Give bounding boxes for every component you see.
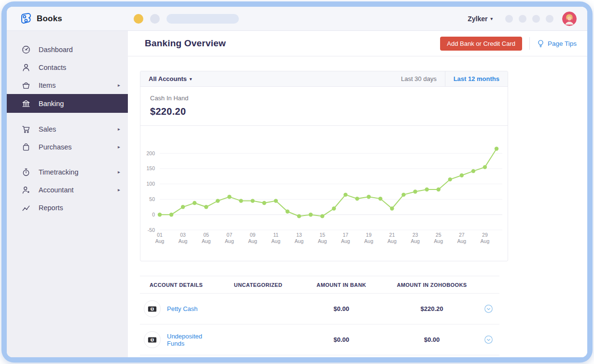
svg-text:07: 07 bbox=[227, 232, 233, 238]
sidebar-spacer bbox=[7, 113, 128, 120]
cash-icon: $ bbox=[144, 300, 161, 317]
row-expand-button[interactable] bbox=[478, 335, 499, 344]
topbar-icons bbox=[505, 15, 553, 23]
svg-text:-50: -50 bbox=[148, 227, 155, 233]
svg-text:01: 01 bbox=[157, 232, 163, 238]
svg-text:Aug: Aug bbox=[481, 238, 490, 244]
svg-text:0: 0 bbox=[152, 212, 155, 217]
row-expand-button[interactable] bbox=[478, 304, 499, 313]
svg-text:200: 200 bbox=[146, 150, 155, 156]
contacts-icon bbox=[21, 63, 31, 72]
svg-text:Aug: Aug bbox=[202, 238, 211, 244]
add-bank-button[interactable]: Add Bank or Credit Card bbox=[440, 37, 522, 51]
svg-text:05: 05 bbox=[203, 232, 209, 238]
table-row: $ Undeposited Funds $0.00 $0.00 bbox=[140, 324, 499, 355]
topbar-icon-placeholder-4[interactable] bbox=[546, 15, 553, 23]
sidebar-item-reports[interactable]: Reports bbox=[7, 199, 128, 216]
svg-text:Aug: Aug bbox=[434, 238, 443, 244]
content-area: All Accounts ▾ Last 30 days Last 12 mont… bbox=[128, 56, 587, 357]
sidebar-item-items[interactable]: Items ▸ bbox=[7, 76, 128, 94]
sidebar-item-purchases[interactable]: Purchases ▸ bbox=[7, 138, 128, 156]
app-window: Books Zylker ▾ bbox=[7, 7, 587, 357]
svg-text:11: 11 bbox=[273, 232, 278, 238]
svg-text:29: 29 bbox=[482, 232, 488, 238]
date-range-toggle: Last 30 days Last 12 months bbox=[393, 71, 508, 86]
sidebar-item-label: Contacts bbox=[39, 64, 66, 71]
sidebar-item-accountant[interactable]: Accountant ▸ bbox=[7, 181, 128, 199]
svg-text:$: $ bbox=[152, 307, 153, 311]
chevron-right-icon: ▸ bbox=[118, 144, 120, 149]
svg-text:100: 100 bbox=[146, 181, 155, 187]
svg-text:03: 03 bbox=[180, 232, 186, 238]
browser-frame: Books Zylker ▾ bbox=[1, 1, 593, 363]
range-last-12-months[interactable]: Last 12 months bbox=[445, 71, 508, 86]
lightbulb-icon bbox=[537, 40, 544, 48]
table-header-row: ACCOUNT DETAILS UNCATEGORIZED AMOUNT IN … bbox=[140, 276, 499, 294]
sidebar-spacer bbox=[7, 156, 128, 163]
icon-placeholder bbox=[150, 14, 160, 24]
page-header: Banking Overview Add Bank or Credit Card… bbox=[128, 31, 587, 56]
svg-text:Aug: Aug bbox=[411, 238, 420, 244]
svg-text:09: 09 bbox=[250, 232, 256, 238]
user-avatar[interactable] bbox=[562, 12, 577, 26]
sidebar-item-label: Reports bbox=[39, 204, 63, 212]
sidebar-item-label: Items bbox=[39, 81, 55, 89]
chevron-down-circle-icon bbox=[484, 335, 493, 344]
status-dot-yellow bbox=[134, 14, 143, 24]
reports-icon bbox=[21, 203, 31, 213]
svg-text:23: 23 bbox=[413, 232, 418, 238]
svg-text:Aug: Aug bbox=[318, 238, 327, 244]
page-tips-label: Page Tips bbox=[548, 40, 577, 47]
svg-text:19: 19 bbox=[366, 232, 372, 238]
sidebar-item-sales[interactable]: Sales ▸ bbox=[7, 120, 128, 138]
sidebar-item-dashboard[interactable]: Dashboard bbox=[7, 40, 128, 58]
sidebar-item-timetracking[interactable]: Timetracking ▸ bbox=[7, 163, 128, 181]
page-tips-button[interactable]: Page Tips bbox=[537, 40, 577, 48]
app-name: Books bbox=[37, 14, 62, 24]
sidebar-item-contacts[interactable]: Contacts bbox=[7, 58, 128, 76]
svg-text:Aug: Aug bbox=[341, 238, 350, 244]
svg-text:27: 27 bbox=[459, 232, 465, 238]
svg-text:Aug: Aug bbox=[387, 238, 397, 244]
avatar-image bbox=[562, 12, 577, 26]
topbar-right: Zylker ▾ bbox=[468, 12, 577, 26]
chevron-down-circle-icon bbox=[484, 304, 493, 313]
cash-in-hand-value: $220.20 bbox=[150, 106, 498, 117]
account-link[interactable]: Undeposited Funds bbox=[167, 333, 220, 347]
account-link[interactable]: Petty Cash bbox=[167, 305, 198, 312]
chart-filter-bar: All Accounts ▾ Last 30 days Last 12 mont… bbox=[140, 71, 508, 87]
chevron-right-icon: ▸ bbox=[118, 169, 120, 175]
amount-in-bank-value: $0.00 bbox=[297, 336, 386, 343]
col-uncategorized: UNCATEGORIZED bbox=[220, 282, 297, 288]
topbar-icon-placeholder-2[interactable] bbox=[519, 15, 526, 23]
svg-text:17: 17 bbox=[343, 232, 348, 238]
range-last-30-days[interactable]: Last 30 days bbox=[393, 71, 445, 86]
topbar-icon-placeholder-1[interactable] bbox=[505, 15, 513, 23]
svg-text:150: 150 bbox=[146, 165, 155, 171]
amount-in-zohobooks-value: $220.20 bbox=[386, 305, 478, 312]
main-panel: Banking Overview Add Bank or Credit Card… bbox=[128, 31, 587, 357]
sidebar-item-banking[interactable]: Banking bbox=[7, 94, 128, 113]
chart-container: 200150100500-5001Aug03Aug05Aug07Aug09Aug… bbox=[140, 126, 508, 261]
overview-card: All Accounts ▾ Last 30 days Last 12 mont… bbox=[140, 71, 508, 261]
accounts-filter-dropdown[interactable]: All Accounts ▾ bbox=[149, 75, 192, 82]
cash-icon: $ bbox=[144, 331, 161, 348]
sidebar-item-label: Dashboard bbox=[39, 46, 73, 54]
svg-text:Aug: Aug bbox=[457, 238, 466, 244]
topbar-icon-placeholder-3[interactable] bbox=[532, 15, 540, 23]
timetracking-icon bbox=[21, 167, 31, 177]
svg-text:25: 25 bbox=[436, 232, 442, 238]
sidebar: Dashboard Contacts bbox=[7, 31, 128, 357]
org-dropdown[interactable]: Zylker ▾ bbox=[468, 15, 493, 23]
cash-in-hand-label: Cash In Hand bbox=[150, 94, 498, 102]
svg-text:$: $ bbox=[152, 338, 153, 342]
accountant-icon bbox=[21, 185, 31, 195]
chevron-right-icon: ▸ bbox=[118, 82, 120, 88]
chevron-down-icon: ▾ bbox=[490, 16, 493, 21]
cash-summary: Cash In Hand $220.20 bbox=[140, 87, 508, 126]
table-row: $ Petty Cash $0.00 $220.20 bbox=[140, 294, 499, 324]
topbar: Books Zylker ▾ bbox=[7, 7, 587, 31]
svg-text:Aug: Aug bbox=[364, 238, 373, 244]
col-account-details: ACCOUNT DETAILS bbox=[140, 282, 220, 288]
sidebar-item-label: Purchases bbox=[39, 143, 72, 151]
